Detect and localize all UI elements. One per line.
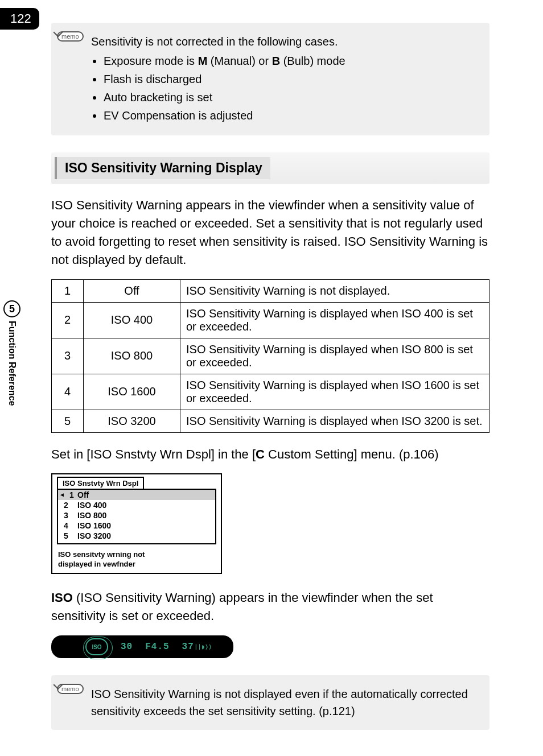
menu-row-label: Off xyxy=(77,490,89,499)
menu-help-line: ISO sensitvty wrning not xyxy=(58,550,215,560)
memo-text-1: Sensitivity is not corrected in the foll… xyxy=(91,33,479,124)
menu-illustration: ISO Snstvty Wrn Dspl 1 Off 2 ISO 400 3 I… xyxy=(51,473,222,574)
table-cell-desc: ISO Sensitivity Warning is displayed whe… xyxy=(180,338,489,374)
table-cell-desc: ISO Sensitivity Warning is displayed whe… xyxy=(180,410,489,432)
iso-indicator-paragraph: ISO (ISO Sensitivity Warning) appears in… xyxy=(51,589,489,625)
table-cell-label: ISO 1600 xyxy=(84,374,180,410)
menu-row: 2 ISO 400 xyxy=(58,500,215,510)
mode-m: M xyxy=(198,55,208,67)
memo1-bullet-2: Flash is discharged xyxy=(104,71,479,88)
menu-row: 3 ISO 800 xyxy=(58,510,215,520)
table-row: 1 Off ISO Sensitivity Warning is not dis… xyxy=(52,279,489,302)
text: Set in [ISO Snstvty Wrn Dspl] in the [ xyxy=(51,447,256,461)
memo-icon-label: memo xyxy=(57,31,84,42)
viewfinder-frames: 37❘❘◗❭❭ xyxy=(182,642,212,652)
memo1-bullet-4: EV Compensation is adjusted xyxy=(104,107,479,124)
table-cell-desc: ISO Sensitivity Warning is not displayed… xyxy=(180,279,489,302)
table-cell-desc: ISO Sensitivity Warning is displayed whe… xyxy=(180,374,489,410)
viewfinder-iso-icon: ISO xyxy=(85,638,108,655)
table-cell-num: 1 xyxy=(52,279,84,302)
table-cell-label: ISO 800 xyxy=(84,338,180,374)
memo-icon: memo xyxy=(57,31,83,48)
menu-tab-label: ISO Snstvty Wrn Dspl xyxy=(57,477,144,489)
menu-row-label: ISO 3200 xyxy=(77,531,111,540)
section-heading-row: ISO Sensitivity Warning Display xyxy=(51,152,489,184)
table-cell-num: 5 xyxy=(52,410,84,432)
menu-help-text: ISO sensitvty wrning not displayed in ve… xyxy=(52,548,221,573)
menu-row-label: ISO 1600 xyxy=(77,521,111,530)
intro-paragraph: ISO Sensitivity Warning appears in the v… xyxy=(51,196,489,269)
text: (ISO Sensitivity Warning) appears in the… xyxy=(51,590,433,623)
memo1-bullet-1: Exposure mode is M (Manual) or B (Bulb) … xyxy=(104,52,479,69)
table-row: 2 ISO 400 ISO Sensitivity Warning is dis… xyxy=(52,302,489,338)
memo-block-2: memo ISO Sensitivity Warning is not disp… xyxy=(51,675,489,730)
table-cell-label: ISO 3200 xyxy=(84,410,180,432)
menu-row: 4 ISO 1600 xyxy=(58,520,215,531)
viewfinder-illustration: ISO 30 F4.5 37❘❘◗❭❭ xyxy=(51,635,233,658)
menu-row: 5 ISO 3200 xyxy=(58,531,215,541)
iso-sensitivity-table: 1 Off ISO Sensitivity Warning is not dis… xyxy=(51,279,489,433)
menu-row-selected: 1 Off xyxy=(58,490,215,500)
custom-menu-glyph: C xyxy=(256,447,265,461)
viewfinder-bars-icon: ❘❘◗❭❭ xyxy=(194,643,212,651)
text: (Manual) or xyxy=(207,55,272,67)
text: (Bulb) mode xyxy=(280,55,345,67)
table-cell-label: Off xyxy=(84,279,180,302)
menu-content: 1 Off 2 ISO 400 3 ISO 800 4 ISO 1600 5 I… xyxy=(57,489,216,544)
text: Custom Setting] menu. (p.106) xyxy=(265,447,439,461)
menu-row-label: ISO 400 xyxy=(77,501,106,510)
memo1-intro: Sensitivity is not corrected in the foll… xyxy=(91,33,479,50)
menu-row-num: 5 xyxy=(64,531,77,540)
chapter-number: 5 xyxy=(3,300,20,317)
menu-row-num: 3 xyxy=(64,511,77,520)
viewfinder-count: 37 xyxy=(182,642,194,652)
table-row: 3 ISO 800 ISO Sensitivity Warning is dis… xyxy=(52,338,489,374)
memo-text-2: ISO Sensitivity Warning is not displayed… xyxy=(91,685,479,720)
menu-row-num: 1 xyxy=(69,490,77,499)
text: Exposure mode is xyxy=(104,55,198,67)
table-cell-label: ISO 400 xyxy=(84,302,180,338)
mode-b: B xyxy=(272,55,280,67)
viewfinder-shutter: 30 xyxy=(121,642,133,652)
menu-row-label: ISO 800 xyxy=(77,511,106,520)
table-cell-desc: ISO Sensitivity Warning is displayed whe… xyxy=(180,302,489,338)
memo1-bullet-3: Auto bracketing is set xyxy=(104,89,479,106)
chapter-side-tab: 5 Function Reference xyxy=(0,300,24,406)
table-cell-num: 3 xyxy=(52,338,84,374)
menu-row-num: 2 xyxy=(64,501,77,510)
memo-icon: memo xyxy=(57,683,83,700)
menu-tab-row: ISO Snstvty Wrn Dspl xyxy=(52,474,221,489)
menu-row-num: 4 xyxy=(64,521,77,530)
memo-icon-label: memo xyxy=(57,684,84,694)
chapter-label: Function Reference xyxy=(7,321,17,406)
table-cell-num: 2 xyxy=(52,302,84,338)
page-number: 122 xyxy=(0,8,39,30)
viewfinder-aperture: F4.5 xyxy=(145,642,169,652)
memo-block-1: memo Sensitivity is not corrected in the… xyxy=(51,23,489,135)
section-heading: ISO Sensitivity Warning Display xyxy=(55,157,270,179)
iso-indicator-label: ISO xyxy=(51,590,73,605)
table-cell-num: 4 xyxy=(52,374,84,410)
set-instruction: Set in [ISO Snstvty Wrn Dspl] in the [C … xyxy=(51,445,489,464)
table-row: 4 ISO 1600 ISO Sensitivity Warning is di… xyxy=(52,374,489,410)
menu-help-line: displayed in vewfnder xyxy=(58,560,215,569)
table-row: 5 ISO 3200 ISO Sensitivity Warning is di… xyxy=(52,410,489,432)
